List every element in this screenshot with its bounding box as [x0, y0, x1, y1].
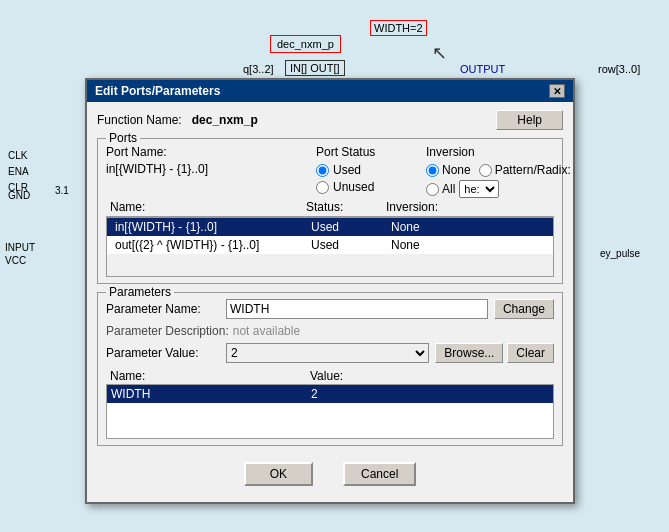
change-button[interactable]: Change [494, 299, 554, 319]
width-label: WIDTH=2 [370, 20, 427, 36]
param-name-label: Parameter Name: [106, 302, 226, 316]
function-name-label: Function Name: [97, 113, 182, 127]
param-col-name-header: Name: [110, 369, 310, 383]
params-row-0[interactable]: WIDTH 2 [107, 385, 553, 403]
edit-ports-dialog: Edit Ports/Parameters ✕ Function Name: d… [85, 78, 575, 504]
inv-none-label: None [442, 163, 471, 177]
dialog-title: Edit Ports/Parameters [95, 84, 220, 98]
used-radio-row[interactable]: Used [316, 163, 416, 177]
help-button[interactable]: Help [496, 110, 563, 130]
unused-radio[interactable] [316, 181, 329, 194]
col-status-header: Status: [306, 200, 386, 214]
port-name-label: Port Name: [106, 145, 306, 159]
params-table-body: WIDTH 2 [106, 384, 554, 439]
inversion-section: Inversion None Pattern/Radix: [426, 145, 579, 198]
in-out-box: IN[] OUT[] [285, 60, 345, 76]
port-name-value: in[{WIDTH} - {1}..0] [106, 162, 306, 176]
ports-row-0[interactable]: in[{WIDTH} - {1}..0] Used None [107, 218, 553, 236]
param-name-row: Parameter Name: Change [106, 299, 554, 319]
clk-label: CLK [8, 148, 29, 164]
param-desc-label: Parameter Description: [106, 324, 229, 338]
ports-row-1[interactable]: out[({2} ^ {WIDTH}) - {1}..0] Used None [107, 236, 553, 254]
ports-group: Ports Port Name: in[{WIDTH} - {1}..0] Po… [97, 138, 563, 284]
ports-table-header: Name: Status: Inversion: [106, 198, 554, 217]
function-name-value: dec_nxm_p [192, 113, 258, 127]
inv-pattern-radio[interactable] [479, 164, 492, 177]
param-value-label: Parameter Value: [106, 346, 226, 360]
unused-radio-row[interactable]: Unused [316, 180, 416, 194]
port-row-0-status: Used [311, 220, 391, 234]
dialog-footer: OK Cancel [97, 456, 563, 494]
param-row-0-name: WIDTH [111, 387, 311, 401]
dialog-body: Function Name: dec_nxm_p Help Ports Port… [87, 102, 573, 502]
port-row-1-inversion: None [391, 238, 549, 252]
port-row-0-inversion: None [391, 220, 549, 234]
cancel-button[interactable]: Cancel [343, 462, 416, 486]
param-col-value-header: Value: [310, 369, 550, 383]
function-name-row: Function Name: dec_nxm_p Help [97, 110, 563, 130]
unused-label: Unused [333, 180, 374, 194]
port-row-1-status: Used [311, 238, 391, 252]
row-label: row[3..0] [598, 63, 640, 75]
inv-all-option[interactable]: All [426, 182, 455, 196]
port-row-1-name: out[({2} ^ {WIDTH}) - {1}..0] [111, 238, 311, 252]
close-icon: ✕ [553, 86, 561, 97]
parameters-group: Parameters Parameter Name: Change Parame… [97, 292, 563, 446]
function-name-section: Function Name: dec_nxm_p [97, 113, 258, 127]
right-schematic-label: ey_pulse [600, 248, 640, 259]
param-desc-row: Parameter Description: not available [106, 324, 554, 338]
inversion-options: None Pattern/Radix: [426, 163, 579, 177]
vcc-label: VCC [5, 255, 26, 266]
ports-content: Port Name: in[{WIDTH} - {1}..0] Port Sta… [106, 145, 554, 198]
port-status-section: Port Status Used Unused [316, 145, 416, 197]
col-inversion-header: Inversion: [386, 200, 554, 214]
inv-none-option[interactable]: None [426, 163, 471, 177]
ports-legend: Ports [106, 131, 140, 145]
browse-button[interactable]: Browse... [435, 343, 503, 363]
used-radio[interactable] [316, 164, 329, 177]
clear-button[interactable]: Clear [507, 343, 554, 363]
q-label: q[3..2] [243, 63, 274, 75]
param-value-select[interactable]: 2 [226, 343, 429, 363]
port-name-section: Port Name: in[{WIDTH} - {1}..0] [106, 145, 306, 176]
port-status-title: Port Status [316, 145, 416, 159]
dec-component-box: dec_nxm_p [270, 35, 341, 53]
clk-labels: CLK ENA CLR [8, 148, 29, 196]
inv-all-radio[interactable] [426, 183, 439, 196]
inv-pattern-label: Pattern/Radix: [495, 163, 571, 177]
used-label: Used [333, 163, 361, 177]
param-row-0-value: 2 [311, 387, 549, 401]
param-value-row: Parameter Value: 2 Browse... Clear [106, 343, 554, 363]
inv-none-radio[interactable] [426, 164, 439, 177]
gnd-label: GND [8, 190, 30, 201]
inv-pattern-option[interactable]: Pattern/Radix: [479, 163, 571, 177]
inversion-row2: All he: [426, 180, 579, 198]
inv-all-label: All [442, 182, 455, 196]
port-row-0-name: in[{WIDTH} - {1}..0] [111, 220, 311, 234]
ena-label: ENA [8, 164, 29, 180]
ok-button[interactable]: OK [244, 462, 313, 486]
parameters-legend: Parameters [106, 285, 174, 299]
output-label: OUTPUT [460, 63, 505, 75]
ports-table-body: in[{WIDTH} - {1}..0] Used None out[({2} … [106, 217, 554, 277]
three-label: 3.1 [55, 185, 69, 196]
dialog-titlebar: Edit Ports/Parameters ✕ [87, 80, 573, 102]
close-button[interactable]: ✕ [549, 84, 565, 98]
param-name-input[interactable] [226, 299, 488, 319]
params-table-header: Name: Value: [106, 368, 554, 384]
input-label: INPUT [5, 242, 35, 253]
he-select[interactable]: he: [459, 180, 499, 198]
param-desc-value: not available [233, 324, 300, 338]
inversion-title: Inversion [426, 145, 579, 159]
col-name-header: Name: [106, 200, 306, 214]
